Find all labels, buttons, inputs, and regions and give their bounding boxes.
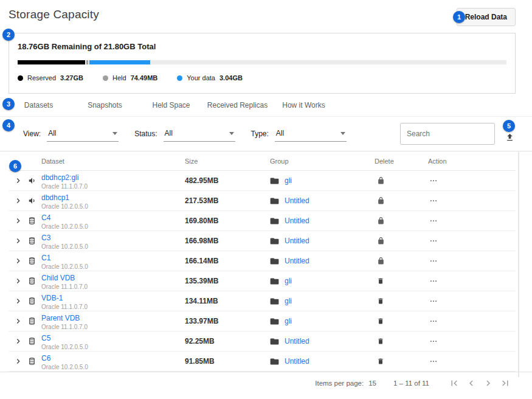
- lock-icon: [377, 257, 385, 265]
- first-page-button[interactable]: [447, 376, 461, 390]
- dataset-name-link[interactable]: Parent VDB: [41, 314, 80, 322]
- dataset-version: Oracle 10.2.0.5.0: [41, 203, 178, 210]
- tab-how-it-works[interactable]: How it Works: [271, 101, 337, 109]
- delete-cell[interactable]: [366, 337, 412, 345]
- dataset-size: 217.53MB: [178, 196, 263, 205]
- items-per-page-select[interactable]: 15: [368, 380, 376, 387]
- delete-cell[interactable]: [366, 297, 412, 305]
- legend-dot: [103, 75, 108, 81]
- view-filter-select[interactable]: All: [47, 127, 119, 142]
- reload-data-button[interactable]: Reload Data: [457, 8, 516, 26]
- dataset-name-link[interactable]: C5: [41, 335, 50, 342]
- expand-row-button[interactable]: [9, 196, 28, 206]
- group-link[interactable]: Untitled: [285, 357, 309, 366]
- group-link[interactable]: Untitled: [285, 337, 309, 345]
- dataset-name-cell: VDB-1 Oracle 11.1.0.7.0: [40, 292, 178, 310]
- folder-icon: [270, 257, 279, 265]
- lock-icon: [377, 237, 385, 245]
- more-horiz-icon: [428, 317, 439, 325]
- row-actions-button[interactable]: [412, 217, 475, 225]
- expand-row-button[interactable]: [9, 356, 28, 366]
- row-actions-button[interactable]: [412, 176, 475, 185]
- export-button[interactable]: [504, 131, 516, 143]
- row-actions-button[interactable]: [412, 277, 475, 285]
- group-link[interactable]: Untitled: [285, 237, 309, 245]
- row-actions-button[interactable]: [412, 337, 475, 345]
- export-upload-icon: [505, 133, 514, 142]
- dataset-name-link[interactable]: C1: [41, 254, 50, 262]
- expand-row-button[interactable]: [9, 316, 28, 326]
- bar-reserved-segment: [18, 60, 85, 64]
- tab-held-space[interactable]: Held Space: [138, 101, 204, 109]
- expand-row-button[interactable]: [9, 216, 28, 226]
- page-title: Storage Capacity: [9, 8, 99, 21]
- dataset-name-link[interactable]: Child VDB: [41, 274, 75, 282]
- trash-icon: [377, 337, 384, 345]
- delete-cell[interactable]: [366, 257, 412, 265]
- status-filter-label: Status:: [134, 130, 157, 138]
- delete-cell[interactable]: [366, 217, 412, 225]
- chevron-left-icon: [466, 378, 477, 389]
- dataset-version: Oracle 10.2.0.5.0: [41, 263, 178, 270]
- dataset-name-link[interactable]: C6: [41, 355, 50, 363]
- dataset-version: Oracle 10.2.0.5.0: [41, 344, 178, 350]
- row-actions-button[interactable]: [412, 237, 475, 245]
- datasets-table: Dataset Size Group Delete Action dbdhcp2…: [9, 151, 516, 372]
- row-actions-button[interactable]: [412, 357, 475, 366]
- callout-6: 6: [9, 160, 21, 172]
- group-link[interactable]: gli: [285, 317, 292, 325]
- status-filter-select[interactable]: All: [164, 127, 235, 142]
- delete-cell[interactable]: [366, 176, 412, 185]
- more-horiz-icon: [428, 237, 439, 245]
- lock-icon: [377, 196, 385, 205]
- column-header-delete: Delete: [366, 158, 412, 165]
- group-link[interactable]: gli: [285, 176, 292, 185]
- expand-row-button[interactable]: [9, 176, 28, 186]
- type-filter-value: All: [276, 129, 284, 137]
- dataset-version: Oracle 11.1.0.7.0: [41, 283, 178, 290]
- dataset-name-link[interactable]: C3: [41, 234, 50, 242]
- dataset-name-link[interactable]: dbdhcp1: [41, 194, 69, 202]
- dataset-version: Oracle 10.2.0.5.0: [41, 243, 178, 250]
- group-link[interactable]: Untitled: [285, 257, 309, 265]
- type-filter-select[interactable]: All: [275, 127, 347, 142]
- group-link[interactable]: gli: [285, 297, 292, 305]
- table-row: C1 Oracle 10.2.0.5.0 166.14MB Untitled: [9, 251, 516, 271]
- dataset-name-link[interactable]: dbdhcp2:gli: [41, 174, 78, 182]
- last-page-button[interactable]: [499, 376, 512, 390]
- capacity-headline: 18.76GB Remaining of 21.80GB Total: [18, 42, 506, 51]
- vertical-scrollbar[interactable]: [518, 152, 519, 377]
- tab-snapshots[interactable]: Snapshots: [72, 101, 138, 109]
- legend-label: Reserved: [27, 74, 56, 82]
- expand-row-button[interactable]: [9, 336, 28, 346]
- row-actions-button[interactable]: [412, 317, 475, 325]
- expand-row-button[interactable]: [9, 276, 28, 286]
- dataset-name-link[interactable]: VDB-1: [41, 294, 63, 302]
- tab-received-replicas[interactable]: Received Replicas: [204, 101, 271, 109]
- delete-cell[interactable]: [366, 277, 412, 285]
- expand-row-button[interactable]: [9, 236, 28, 246]
- dataset-name-link[interactable]: C4: [41, 214, 50, 222]
- delete-cell[interactable]: [366, 196, 412, 205]
- delete-cell[interactable]: [366, 357, 412, 366]
- row-actions-button[interactable]: [412, 297, 475, 305]
- dataset-name-cell: Child VDB Oracle 11.1.0.7.0: [40, 272, 178, 290]
- expand-row-button[interactable]: [9, 296, 28, 306]
- row-actions-button[interactable]: [412, 196, 475, 205]
- delete-cell[interactable]: [366, 237, 412, 245]
- view-filter-label: View:: [23, 130, 41, 138]
- next-page-button[interactable]: [482, 376, 495, 390]
- group-link[interactable]: gli: [285, 277, 292, 285]
- vdb-database-icon: [28, 217, 36, 225]
- first-page-icon: [449, 378, 460, 389]
- expand-row-button[interactable]: [9, 256, 28, 266]
- more-horiz-icon: [428, 217, 439, 225]
- group-link[interactable]: Untitled: [285, 217, 309, 225]
- chevron-right-icon: [13, 216, 23, 226]
- group-link[interactable]: Untitled: [285, 196, 309, 205]
- tab-datasets[interactable]: Datasets: [5, 101, 72, 109]
- search-input[interactable]: [400, 123, 495, 145]
- row-actions-button[interactable]: [412, 257, 475, 265]
- previous-page-button[interactable]: [465, 376, 478, 390]
- delete-cell[interactable]: [366, 317, 412, 325]
